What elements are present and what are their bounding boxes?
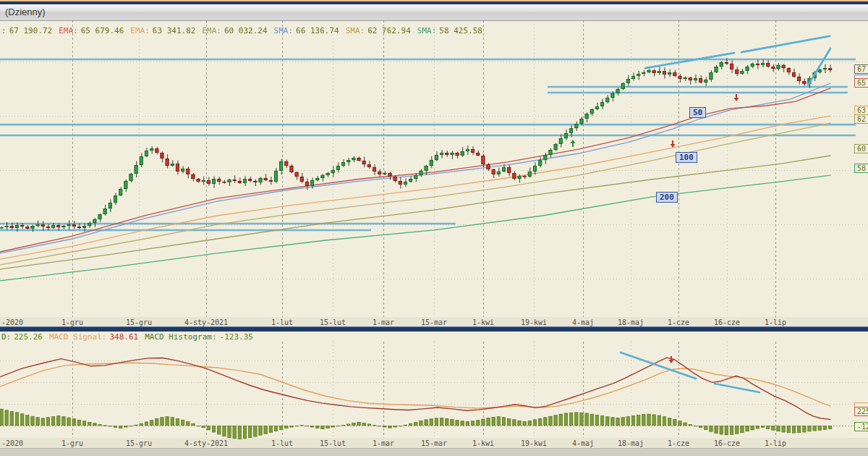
indicator-label: : [1,26,7,35]
window-titlebar[interactable]: (Dzienny) [0,4,868,21]
x-axis-label: 15-gru [126,318,152,326]
indicator-label: SMA: [346,26,365,35]
x-axis-label: 1-lip [765,318,786,326]
x-axis-label: 19-kwi [521,318,547,326]
x-axis-label: 15-lut [320,318,346,326]
indicator-value: 63 341.82 [153,26,196,35]
indicator-label: MACD Histogram: [145,332,216,342]
price-axis-tag: 58 [854,164,868,173]
indicator-value: 60 032.24 [224,26,268,35]
x-axis-label: 16-cze [714,318,740,326]
x-axis-label: 4-maj [572,318,594,326]
ma-period-tag[interactable]: 50 [689,107,706,118]
indicator-label: EMA: [59,26,78,35]
chart-window: (Dzienny) :67 190.72EMA:65 679.46EMA:63 … [0,0,868,456]
x-axis-label: 1-lut [271,318,293,326]
x-axis-label: 1-cze [668,318,689,326]
macd-value-tag: 225 [854,407,868,416]
main-indicator-readout: :67 190.72EMA:65 679.46EMA:63 341.82EMA:… [1,26,489,35]
indicator-value: -123.35 [220,332,253,342]
x-axis-label: 15-mar [421,318,447,326]
price-axis-tag: 65 [854,78,868,88]
window-title: (Dzienny) [0,4,46,20]
indicator-label: SMA: [417,26,437,35]
indicator-label: EMA: [202,26,221,35]
indicator-value: 66 136.74 [296,26,339,35]
indicator-value: 348.61 [109,332,138,342]
price-axis-tag: 62 [854,114,868,124]
x-axis-label: 1-mar [373,318,394,326]
x-axis-label: 1-kwi [472,318,494,326]
indicator-value: 65 679.46 [81,26,124,35]
indicator-value: 58 425.58 [439,26,482,35]
bottom-status-bar [0,448,868,456]
x-axis-label: 1-gru [61,318,83,326]
indicator-label: EMA: [130,26,150,35]
price-axis-tag: 60 [854,144,868,153]
panel-divider [0,326,868,332]
macd-indicator-readout: D:225.26MACD Signal:348.61MACD Histogram… [1,332,260,342]
indicator-value: 62 762.94 [367,26,411,35]
indicator-label: D: [1,332,11,342]
x-axis-label: 18-maj [618,318,644,326]
indicator-value: 67 190.72 [9,26,53,35]
ma-period-tag[interactable]: 200 [656,192,678,203]
macd-value-tag: -12 [854,422,868,431]
x-axis-label: 4-sty-2021 [184,318,228,326]
macd-panel-canvas[interactable] [0,342,868,448]
indicator-label: MACD Signal: [49,332,106,342]
x-axis-label: -2020 [1,318,23,326]
price-axis-tag: 67 [854,64,868,74]
indicator-value: 225.26 [14,332,43,342]
indicator-label: SMA: [274,26,294,35]
main-price-chart-canvas[interactable] [0,20,868,317]
ma-period-tag[interactable]: 100 [676,152,697,163]
